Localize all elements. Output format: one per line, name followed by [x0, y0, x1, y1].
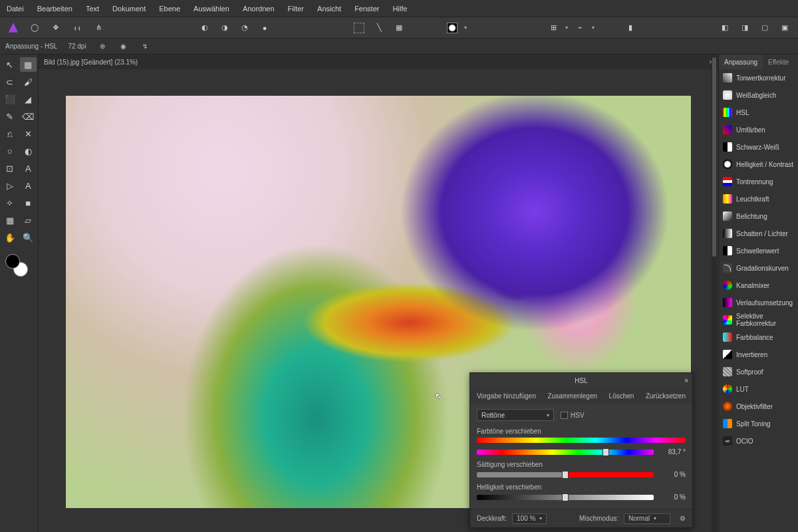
rectangle-tool[interactable]: ■ [20, 196, 37, 210]
adjustment-item[interactable]: Helligkeit / Kontrast [719, 156, 798, 173]
selection-refine-icon[interactable]: ▦ [391, 20, 407, 36]
hue-slider[interactable] [477, 450, 654, 455]
menu-text[interactable]: Text [86, 5, 99, 13]
persona-export-icon[interactable]: ⋔ [90, 20, 106, 36]
selection-tool[interactable]: ▦ [20, 57, 37, 72]
arrange-group-icon[interactable]: ▢ [757, 20, 773, 36]
vector-tool[interactable]: ✧ [1, 196, 19, 210]
scrollbar-thumb[interactable] [712, 57, 716, 257]
menu-dokument[interactable]: Dokument [112, 5, 146, 13]
foreground-color-swatch[interactable] [5, 254, 20, 269]
delete-button[interactable]: Löschen [609, 392, 634, 400]
grid-icon[interactable]: ⊞ [545, 20, 561, 36]
crop-tool[interactable]: ⊡ [1, 161, 19, 176]
merge-button[interactable]: Zusammenlegen [548, 392, 597, 400]
adjustment-item[interactable]: Kanalmixer [719, 277, 798, 294]
assistant-icon[interactable]: ▮ [622, 20, 638, 36]
document-tab[interactable]: Bild (15).jpg [Geändert] (23.1%) [44, 59, 709, 66]
channel-select[interactable]: Rottöne ▾ [477, 409, 554, 421]
chevron-down-icon[interactable]: ▾ [565, 25, 568, 31]
menu-anordnen[interactable]: Anordnen [243, 5, 275, 13]
adjustment-item[interactable]: Invertieren [719, 346, 798, 363]
adjustment-item[interactable]: Belichtung [719, 207, 798, 225]
arrange-front-icon[interactable]: ◨ [737, 20, 753, 36]
adjustment-item[interactable]: Umfärben [719, 121, 798, 138]
hsv-checkbox[interactable]: HSV [561, 412, 585, 419]
adjustment-item[interactable]: Tontrennung [719, 173, 798, 190]
clone-tool[interactable]: ⎌ [1, 126, 19, 141]
dodge-tool[interactable]: ○ [1, 144, 19, 158]
target-icon[interactable]: ◉ [118, 41, 129, 52]
adjustment-item[interactable]: Leuchtkraft [719, 190, 798, 207]
move-icon[interactable]: ⊕ [97, 41, 108, 52]
opacity-dropdown[interactable]: 100 % ▾ [512, 513, 547, 524]
color-swatches[interactable] [5, 254, 32, 281]
panel-tab-anpassung[interactable]: Anpassung [719, 55, 763, 69]
adjustment-item[interactable]: ocOCIO [719, 432, 798, 450]
flood-tool[interactable]: ⬛ [1, 92, 19, 106]
adjustment-item[interactable]: LUT [719, 380, 798, 398]
selection-marquee-icon[interactable] [351, 20, 367, 36]
burn-tool[interactable]: ◐ [20, 144, 37, 158]
adjustment-item[interactable]: Verlaufsumsetzung [719, 294, 798, 311]
quickmask-icon[interactable] [444, 20, 460, 36]
adjustment-item[interactable]: HSL [719, 104, 798, 121]
persona-photo-icon[interactable]: ◯ [27, 20, 43, 36]
heal-tool[interactable]: ✕ [20, 126, 37, 141]
panel-tab-effekte[interactable]: Effekte [763, 55, 794, 69]
adjustment-item[interactable]: Weißabgleich [719, 86, 798, 104]
menu-ebene[interactable]: Ebene [159, 5, 180, 13]
eraser-tool[interactable]: ⌫ [20, 109, 37, 124]
text-tool[interactable]: A [20, 161, 37, 176]
brush-tool[interactable]: 🖌 [20, 74, 37, 89]
node-tool[interactable]: ▷ [1, 178, 19, 193]
gradient-linear-icon[interactable]: ◐ [197, 20, 213, 36]
gradient-radial-icon[interactable]: ◔ [237, 20, 253, 36]
snap-icon[interactable]: ⌁ [572, 20, 588, 36]
vertical-scrollbar[interactable] [712, 55, 717, 532]
close-icon[interactable]: × [684, 377, 688, 384]
saturation-slider-thumb[interactable] [562, 471, 569, 479]
chevron-down-icon[interactable]: ▾ [592, 25, 595, 31]
menu-filter[interactable]: Filter [288, 5, 304, 13]
zoom-tool[interactable]: 🔍 [20, 230, 37, 245]
chevron-down-icon[interactable]: ▾ [464, 25, 467, 31]
move-tool[interactable]: ↖ [1, 57, 19, 72]
lasso-tool[interactable]: ⊂ [1, 74, 19, 89]
adjustment-item[interactable]: Schwarz-Weiß [719, 138, 798, 156]
blendmode-dropdown[interactable]: Normal ▾ [624, 513, 670, 524]
gradient-tool[interactable]: ◢ [20, 92, 37, 106]
selection-diagonal-icon[interactable]: ╲ [371, 20, 387, 36]
saturation-value[interactable]: 0 % [659, 471, 686, 478]
adjustment-item[interactable]: Objektivfilter [719, 398, 798, 415]
adjustment-item[interactable]: Softproof [719, 363, 798, 380]
adjustment-item[interactable]: Farbbalance [719, 329, 798, 346]
hsl-panel-titlebar[interactable]: HSL × [470, 373, 692, 388]
shape-tool[interactable]: A [20, 178, 37, 193]
adjustment-item[interactable]: Split Toning [719, 415, 798, 432]
adjustment-item[interactable]: Gradationskurven [719, 259, 798, 277]
gradient-solid-icon[interactable]: ● [257, 20, 273, 36]
hue-slider-thumb[interactable] [602, 448, 609, 456]
adjustment-item[interactable]: Schwellenwert [719, 242, 798, 259]
lightness-slider[interactable] [477, 495, 654, 500]
menu-auswählen[interactable]: Auswählen [194, 5, 229, 13]
checkbox-icon[interactable] [561, 412, 568, 419]
add-preset-button[interactable]: Vorgabe hinzufügen [477, 392, 536, 400]
menu-hilfe[interactable]: Hilfe [392, 5, 407, 13]
arrange-ungroup-icon[interactable]: ▣ [777, 20, 793, 36]
perspective-tool[interactable]: ▱ [20, 213, 37, 227]
menu-datei[interactable]: Datei [7, 5, 24, 13]
adjustment-item[interactable]: Tonwertkorrektur [719, 69, 798, 86]
reset-button[interactable]: Zurücksetzen [646, 392, 686, 400]
menu-bearbeiten[interactable]: Bearbeiten [37, 5, 72, 13]
gradient-half-icon[interactable]: ◑ [217, 20, 233, 36]
adjustment-item[interactable]: Selektive Farbkorrektur [719, 311, 798, 329]
menu-ansicht[interactable]: Ansicht [317, 5, 341, 13]
mesh-tool[interactable]: ▦ [1, 213, 19, 227]
panel-tab-stile[interactable]: Stile [794, 55, 798, 69]
lightness-value[interactable]: 0 % [659, 493, 686, 501]
adjustment-item[interactable]: Schatten / Lichter [719, 225, 798, 242]
pen-tool[interactable]: ✎ [1, 109, 19, 124]
refresh-icon[interactable]: ↯ [140, 41, 150, 52]
